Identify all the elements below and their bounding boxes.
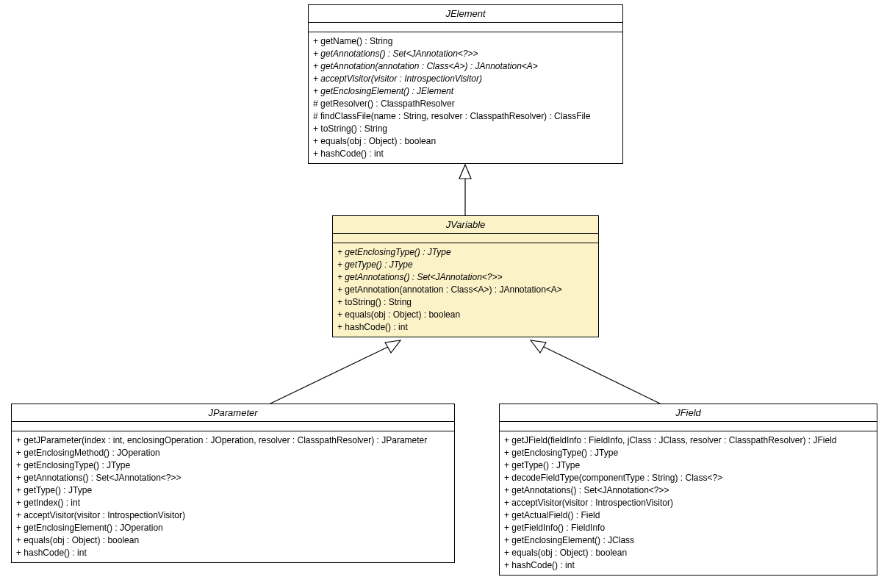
class-title-jvariable: JVariable xyxy=(333,216,598,234)
uml-method: + hashCode() : int xyxy=(313,148,618,160)
class-attrs-jparameter xyxy=(12,422,454,431)
class-methods-jvariable: + getEnclosingType() : JType+ getType() … xyxy=(333,243,598,337)
svg-line-2 xyxy=(270,346,389,404)
uml-method: + equals(obj : Object) : boolean xyxy=(16,534,450,547)
uml-method: + getJField(fieldInfo : FieldInfo, jClas… xyxy=(504,434,872,447)
uml-method: + acceptVisitor(visitor : IntrospectionV… xyxy=(16,509,450,522)
uml-method: # findClassFile(name : String, resolver … xyxy=(313,110,618,123)
uml-method: # getResolver() : ClasspathResolver xyxy=(313,98,618,110)
uml-method: + equals(obj : Object) : boolean xyxy=(504,547,872,559)
class-attrs-jvariable xyxy=(333,234,598,243)
class-jelement: JElement + getName() : String+ getAnnota… xyxy=(308,4,623,164)
uml-method: + getEnclosingType() : JType xyxy=(337,246,594,259)
uml-method: + hashCode() : int xyxy=(16,547,450,559)
uml-method: + getEnclosingType() : JType xyxy=(504,447,872,459)
uml-method: + getAnnotation(annotation : Class<A>) :… xyxy=(313,60,618,73)
uml-method: + getFieldInfo() : FieldInfo xyxy=(504,522,872,534)
class-title-jelement: JElement xyxy=(309,5,622,23)
uml-method: + equals(obj : Object) : boolean xyxy=(337,309,594,321)
uml-method: + getAnnotations() : Set<JAnnotation<?>> xyxy=(16,472,450,484)
uml-method: + getIndex() : int xyxy=(16,497,450,509)
class-methods-jelement: + getName() : String+ getAnnotations() :… xyxy=(309,32,622,163)
svg-marker-5 xyxy=(531,340,546,353)
uml-method: + getAnnotation(annotation : Class<A>) :… xyxy=(337,284,594,296)
uml-method: + getType() : JType xyxy=(504,459,872,472)
class-methods-jparameter: + getJParameter(index : int, enclosingOp… xyxy=(12,431,454,562)
uml-method: + getEnclosingElement() : JElement xyxy=(313,85,618,98)
uml-method: + getActualField() : Field xyxy=(504,509,872,522)
uml-method: + getEnclosingType() : JType xyxy=(16,459,450,472)
svg-line-4 xyxy=(542,346,660,404)
class-jfield: JField + getJField(fieldInfo : FieldInfo… xyxy=(499,404,877,576)
class-attrs-jfield xyxy=(500,422,877,431)
svg-marker-1 xyxy=(459,165,471,179)
uml-method: + getEnclosingElement() : JOperation xyxy=(16,522,450,534)
class-methods-jfield: + getJField(fieldInfo : FieldInfo, jClas… xyxy=(500,431,877,575)
class-title-jfield: JField xyxy=(500,404,877,422)
uml-method: + hashCode() : int xyxy=(504,559,872,572)
uml-method: + getType() : JType xyxy=(16,484,450,497)
uml-method: + getAnnotations() : Set<JAnnotation<?>> xyxy=(337,271,594,284)
uml-method: + getJParameter(index : int, enclosingOp… xyxy=(16,434,450,447)
uml-method: + getName() : String xyxy=(313,35,618,48)
uml-method: + acceptVisitor(visitor : IntrospectionV… xyxy=(504,497,872,509)
uml-method: + toString() : String xyxy=(337,296,594,309)
uml-method: + toString() : String xyxy=(313,123,618,135)
class-jparameter: JParameter + getJParameter(index : int, … xyxy=(11,404,455,563)
class-jvariable: JVariable + getEnclosingType() : JType+ … xyxy=(332,215,599,337)
uml-method: + hashCode() : int xyxy=(337,321,594,334)
uml-method: + getAnnotations() : Set<JAnnotation<?>> xyxy=(313,48,618,60)
uml-method: + acceptVisitor(visitor : IntrospectionV… xyxy=(313,73,618,85)
uml-method: + decodeFieldType(componentType : String… xyxy=(504,472,872,484)
uml-method: + getEnclosingMethod() : JOperation xyxy=(16,447,450,459)
uml-method: + getEnclosingElement() : JClass xyxy=(504,534,872,547)
uml-method: + equals(obj : Object) : boolean xyxy=(313,135,618,148)
svg-marker-3 xyxy=(385,340,401,353)
class-attrs-jelement xyxy=(309,23,622,32)
uml-method: + getType() : JType xyxy=(337,259,594,271)
class-title-jparameter: JParameter xyxy=(12,404,454,422)
uml-method: + getAnnotations() : Set<JAnnotation<?>> xyxy=(504,484,872,497)
